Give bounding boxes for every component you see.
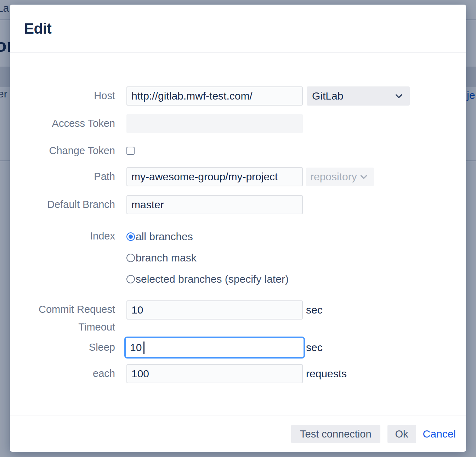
default-branch-row: Default Branch xyxy=(24,195,452,214)
host-input[interactable] xyxy=(126,86,303,106)
index-row: Index all branches branch mask selected … xyxy=(24,230,452,293)
index-radio-group: all branches branch mask selected branch… xyxy=(126,230,289,293)
commit-request-timeout-label: Commit Request Timeout xyxy=(24,300,115,336)
change-token-row: Change Token xyxy=(24,142,452,159)
radio-unselected-icon xyxy=(126,275,135,283)
ok-button[interactable]: Ok xyxy=(387,425,416,443)
dialog-footer: Test connection Ok Cancel xyxy=(10,416,466,452)
radio-selected-icon xyxy=(126,232,135,241)
each-unit: requests xyxy=(306,364,347,383)
path-kind-value: repository xyxy=(310,171,357,183)
host-type-select[interactable]: GitLab xyxy=(307,86,410,106)
sleep-label: Sleep xyxy=(24,338,115,357)
edit-dialog: Edit Host GitLab Access Token Change Tok… xyxy=(10,5,466,452)
dialog-title: Edit xyxy=(24,20,452,37)
chevron-down-icon xyxy=(359,172,368,181)
commit-request-timeout-input[interactable] xyxy=(126,300,303,320)
index-label: Index xyxy=(24,230,115,242)
test-connection-button[interactable]: Test connection xyxy=(291,425,380,443)
radio-label: all branches xyxy=(136,231,193,243)
sleep-unit: sec xyxy=(306,338,323,357)
each-label: each xyxy=(24,364,115,383)
sleep-row: Sleep sec xyxy=(24,338,452,359)
each-input[interactable] xyxy=(126,364,303,383)
radio-unselected-icon xyxy=(126,254,135,262)
path-row: Path repository xyxy=(24,167,452,186)
path-label: Path xyxy=(24,167,115,186)
host-row: Host GitLab xyxy=(24,86,452,106)
index-option-all-branches[interactable]: all branches xyxy=(126,230,289,244)
default-branch-label: Default Branch xyxy=(24,195,115,214)
path-input[interactable] xyxy=(126,167,303,186)
access-token-input[interactable] xyxy=(126,114,303,133)
commit-request-timeout-row: Commit Request Timeout sec xyxy=(24,300,452,336)
dialog-header: Edit xyxy=(10,5,466,37)
commit-timeout-unit: sec xyxy=(306,300,323,320)
index-option-selected-branches[interactable]: selected branches (specify later) xyxy=(126,272,289,286)
path-kind-select: repository xyxy=(306,168,374,186)
host-label: Host xyxy=(24,86,115,105)
default-branch-input[interactable] xyxy=(126,195,303,214)
access-token-row: Access Token xyxy=(24,114,452,133)
each-row: each requests xyxy=(24,364,452,383)
text-cursor xyxy=(143,342,144,354)
radio-label: branch mask xyxy=(136,252,197,264)
change-token-label: Change Token xyxy=(24,142,115,159)
change-token-checkbox[interactable] xyxy=(126,147,135,155)
radio-label: selected branches (specify later) xyxy=(136,273,289,285)
cancel-button[interactable]: Cancel xyxy=(423,428,456,440)
dialog-body: Host GitLab Access Token Change Token Pa… xyxy=(10,53,466,383)
host-type-value: GitLab xyxy=(312,90,343,102)
chevron-down-icon xyxy=(394,91,403,101)
sleep-input[interactable] xyxy=(124,337,305,359)
access-token-label: Access Token xyxy=(24,114,115,133)
index-option-branch-mask[interactable]: branch mask xyxy=(126,251,289,265)
